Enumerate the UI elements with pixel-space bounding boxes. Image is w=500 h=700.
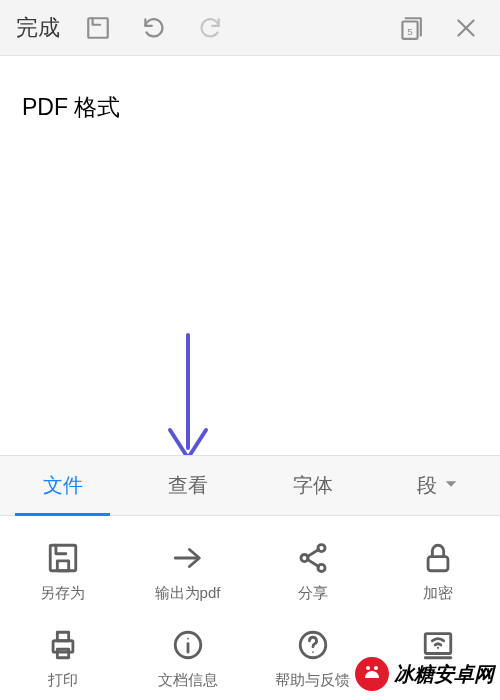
- document-heading: PDF 格式: [22, 92, 478, 123]
- action-save-as[interactable]: 另存为: [0, 526, 125, 613]
- watermark-text: 冰糖安卓网: [394, 661, 494, 688]
- help-icon: [293, 625, 333, 665]
- watermark: 冰糖安卓网: [354, 656, 494, 692]
- done-button[interactable]: 完成: [6, 13, 70, 43]
- info-icon: [168, 625, 208, 665]
- undo-icon[interactable]: [126, 0, 182, 56]
- tab-paragraph[interactable]: 段: [375, 456, 500, 515]
- save-as-icon: [43, 538, 83, 578]
- action-export-pdf[interactable]: 输出为pdf: [125, 526, 250, 613]
- close-icon[interactable]: [438, 0, 494, 56]
- action-encrypt[interactable]: 加密: [375, 526, 500, 613]
- watermark-logo-icon: [354, 656, 390, 692]
- lock-icon: [418, 538, 458, 578]
- svg-rect-6: [50, 545, 76, 571]
- chevron-down-icon: [443, 474, 459, 497]
- redo-icon[interactable]: [182, 0, 238, 56]
- tab-font[interactable]: 字体: [250, 456, 375, 515]
- pages-icon[interactable]: 5: [382, 0, 438, 56]
- action-doc-info[interactable]: 文档信息: [125, 613, 250, 700]
- panel-tabs: 文件 查看 字体 段: [0, 456, 500, 516]
- svg-text:5: 5: [407, 25, 413, 36]
- svg-point-20: [187, 638, 189, 640]
- share-icon: [293, 538, 333, 578]
- svg-point-28: [374, 666, 378, 670]
- action-label: 另存为: [40, 584, 85, 603]
- svg-point-24: [436, 647, 438, 649]
- action-label: 帮助与反馈: [275, 671, 350, 690]
- save-icon[interactable]: [70, 0, 126, 56]
- action-share[interactable]: 分享: [250, 526, 375, 613]
- action-label: 输出为pdf: [155, 584, 221, 603]
- action-label: 分享: [298, 584, 328, 603]
- export-pdf-icon: [168, 538, 208, 578]
- action-label: 文档信息: [158, 671, 218, 690]
- svg-point-27: [366, 666, 370, 670]
- action-print[interactable]: 打印: [0, 613, 125, 700]
- svg-rect-7: [57, 561, 68, 571]
- top-toolbar: 完成 5: [0, 0, 500, 56]
- print-icon: [43, 625, 83, 665]
- svg-line-12: [307, 550, 318, 557]
- svg-line-13: [307, 559, 318, 566]
- action-label: 加密: [423, 584, 453, 603]
- svg-rect-16: [57, 632, 68, 641]
- action-label: 打印: [48, 671, 78, 690]
- svg-point-22: [312, 651, 314, 653]
- svg-rect-0: [88, 18, 108, 38]
- tab-file[interactable]: 文件: [0, 456, 125, 515]
- svg-rect-14: [428, 557, 448, 571]
- tab-view[interactable]: 查看: [125, 456, 250, 515]
